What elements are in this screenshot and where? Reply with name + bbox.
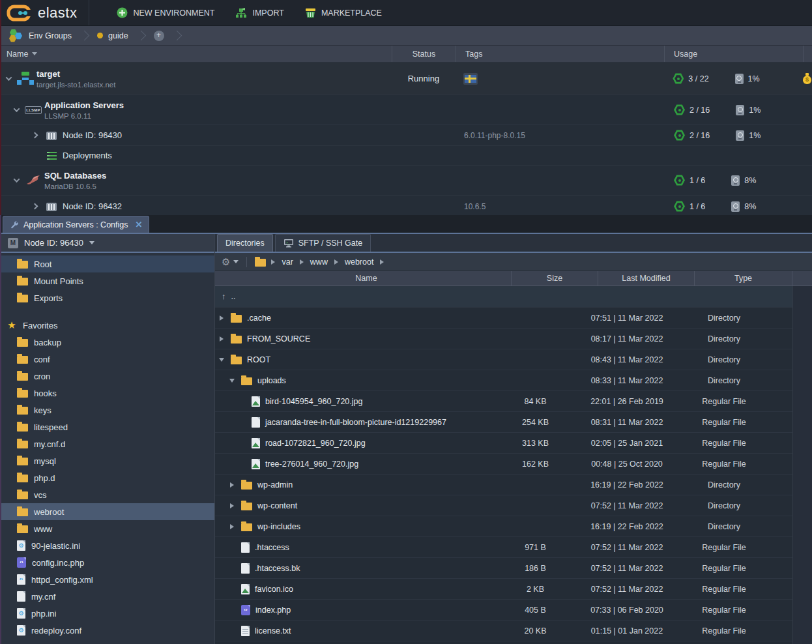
folder-icon bbox=[17, 339, 28, 347]
env-row-sql-databases[interactable]: SQL DatabasesMariaDB 10.6.51 / 68% bbox=[0, 166, 812, 196]
tab-application-servers-configs[interactable]: Application Servers : Configs ✕ bbox=[3, 216, 149, 233]
sidebar-item-php-ini[interactable]: ⚙php.ini bbox=[0, 605, 214, 622]
sidebar-item-favorites[interactable]: ★Favorites bbox=[0, 317, 214, 334]
sidebar-item-config-inc-php[interactable]: ‹›config.inc.php bbox=[0, 554, 214, 571]
sidebar-item-my-cnf[interactable]: my.cnf bbox=[0, 588, 214, 605]
file-image-icon bbox=[252, 459, 260, 469]
file-row-wp-content[interactable]: wp-content07:52 | 11 Mar 2022Directory bbox=[215, 495, 792, 516]
sidebar-item-mysql[interactable]: mysql bbox=[0, 452, 214, 469]
column-header-name[interactable]: Name bbox=[215, 271, 512, 285]
star-icon: ★ bbox=[7, 321, 17, 330]
settings-button[interactable]: ⚙ bbox=[222, 257, 239, 267]
sidebar-item-www[interactable]: www bbox=[0, 520, 214, 537]
sidebar-item-vcs[interactable]: vcs bbox=[0, 486, 214, 503]
file-size: 162 KB bbox=[492, 460, 579, 469]
collapse-arrow-icon[interactable] bbox=[219, 358, 224, 362]
file-name: tree-276014_960_720.jpg bbox=[265, 460, 358, 469]
file-name-cell: road-1072821_960_720.jpg bbox=[215, 438, 492, 448]
collapse-arrow-icon[interactable] bbox=[13, 176, 20, 183]
file-modified: 22:01 | 26 Feb 2019 bbox=[579, 397, 675, 406]
path-breadcrumb: varwwwwebroot bbox=[271, 257, 384, 267]
path-segment-var[interactable]: var bbox=[282, 257, 293, 267]
sidebar-item-php-d[interactable]: php.d bbox=[0, 469, 214, 486]
sidebar-item-webroot[interactable]: webroot bbox=[0, 503, 214, 520]
sidebar-item-keys[interactable]: keys bbox=[0, 402, 214, 418]
sidebar-item-my-cnf-d[interactable]: my.cnf.d bbox=[0, 435, 214, 452]
file-row-wp-admin[interactable]: wp-admin16:19 | 22 Feb 2022Directory bbox=[215, 475, 792, 495]
file-row-license-txt[interactable]: license.txt20 KB01:15 | 01 Jan 2022Regul… bbox=[215, 621, 792, 641]
column-header-tags[interactable]: Tags bbox=[456, 46, 665, 62]
column-header-usage[interactable]: Usage bbox=[665, 46, 804, 62]
file-row--cache[interactable]: .cache07:51 | 11 Mar 2022Directory bbox=[215, 308, 792, 329]
moneybag-icon[interactable]: $ bbox=[802, 73, 812, 84]
arrow-slot bbox=[218, 336, 225, 342]
node-selector[interactable]: M Node ID: 96430 bbox=[0, 234, 214, 253]
file-row-jacaranda-tree-in-full-bloom-picture-id1219229967[interactable]: jacaranda-tree-in-full-bloom-picture-id1… bbox=[215, 412, 792, 433]
folder-icon bbox=[17, 508, 28, 516]
file-row-road-1072821-960-720-jpg[interactable]: road-1072821_960_720.jpg313 KB02:05 | 25… bbox=[215, 433, 792, 454]
file-row-up[interactable]: ↑.. bbox=[215, 286, 792, 308]
file-row-favicon-ico[interactable]: favicon.ico2 KB07:52 | 11 Mar 2022Regula… bbox=[215, 579, 792, 600]
expand-arrow-icon[interactable] bbox=[220, 336, 224, 342]
file-row-uploads[interactable]: uploads08:33 | 11 Mar 2022Directory bbox=[215, 370, 792, 391]
sidebar-item-label: my.cnf.d bbox=[34, 439, 65, 449]
breadcrumb-item-guide[interactable]: guide bbox=[89, 26, 136, 45]
sidebar-item-cron[interactable]: cron bbox=[0, 368, 214, 385]
column-header-size[interactable]: Size bbox=[512, 271, 598, 285]
path-segment-www[interactable]: www bbox=[310, 257, 328, 267]
file-row-index-php[interactable]: ‹›index.php405 B07:33 | 06 Feb 2020Regul… bbox=[215, 600, 792, 621]
column-header-status[interactable]: Status bbox=[392, 46, 456, 62]
files-scrollbar-gutter[interactable] bbox=[792, 286, 812, 644]
env-row-target[interactable]: targettarget.jls-sto1.elastx.netRunning3… bbox=[0, 63, 812, 95]
file-row-wp-includes[interactable]: wp-includes16:19 | 22 Feb 2022Directory bbox=[215, 516, 792, 537]
sidebar-item-litespeed[interactable]: litespeed bbox=[0, 418, 214, 435]
sidebar-item-root[interactable]: Root bbox=[0, 256, 214, 272]
collapse-arrow-icon[interactable] bbox=[5, 74, 12, 81]
topbar-button-import[interactable]: IMPORT bbox=[225, 0, 294, 25]
expand-arrow-icon[interactable] bbox=[230, 524, 234, 529]
env-row-node-id-96430[interactable]: Node ID: 964306.0.11-php-8.0.152 / 161% bbox=[0, 125, 812, 146]
chevron-down-icon bbox=[89, 241, 94, 244]
sidebar-item-exports[interactable]: Exports bbox=[0, 289, 214, 306]
sidebar-item-mount-points[interactable]: Mount Points bbox=[0, 272, 214, 289]
expand-arrow-icon[interactable] bbox=[220, 315, 224, 321]
sidebar-item-httpd-config-xml[interactable]: ‹›httpd_config.xml bbox=[0, 571, 214, 588]
path-segment-webroot[interactable]: webroot bbox=[345, 257, 373, 267]
tab-directories[interactable]: Directories bbox=[217, 234, 273, 252]
tab-sftp-ssh-gate[interactable]: >_SFTP / SSH Gate bbox=[275, 234, 371, 252]
file-row--htaccess[interactable]: .htaccess971 B07:52 | 11 Mar 2022Regular… bbox=[215, 537, 792, 558]
dot-icon bbox=[97, 33, 103, 38]
column-header-name[interactable]: Name bbox=[0, 46, 392, 62]
column-header-last-modified[interactable]: Last Modified bbox=[598, 271, 695, 285]
expand-arrow-icon[interactable] bbox=[31, 203, 38, 210]
env-row-deployments[interactable]: Deployments bbox=[0, 146, 812, 166]
sidebar-item-backup[interactable]: backup bbox=[0, 334, 214, 351]
env-row-node-id-96432[interactable]: Node ID: 9643210.6.51 / 68% bbox=[0, 196, 812, 218]
file-row--htaccess-bk[interactable]: .htaccess.bk186 B07:52 | 11 Mar 2022Regu… bbox=[215, 558, 792, 579]
sidebar-item-90-jelastic-ini[interactable]: ⚙90-jelastic.ini bbox=[0, 537, 214, 554]
column-header-type[interactable]: Type bbox=[695, 271, 792, 285]
expand-arrow-icon[interactable] bbox=[31, 132, 38, 139]
env-row-application-servers[interactable]: LLSMPApplication ServersLLSMP 6.0.112 / … bbox=[0, 95, 812, 125]
file-row-from-source[interactable]: FROM_SOURCE08:17 | 11 Mar 2022Directory bbox=[215, 329, 792, 349]
collapse-arrow-icon[interactable] bbox=[229, 379, 235, 383]
expand-arrow-icon[interactable] bbox=[230, 503, 234, 508]
file-row-tree-276014-960-720-jpg[interactable]: tree-276014_960_720.jpg162 KB00:48 | 25 … bbox=[215, 454, 792, 475]
sidebar-item-redeploy-conf[interactable]: ⚙redeploy.conf bbox=[0, 622, 214, 639]
elastx-logo[interactable]: elastx bbox=[0, 0, 89, 25]
expand-arrow-icon[interactable] bbox=[230, 482, 234, 488]
sidebar-item-label: keys bbox=[34, 405, 51, 415]
topbar-button-new-environment[interactable]: NEW ENVIRONMENT bbox=[106, 0, 225, 25]
topbar-button-marketplace[interactable]: MARKETPLACE bbox=[295, 0, 392, 25]
arrow-slot bbox=[10, 178, 22, 183]
breadcrumb-item-env-groups[interactable]: Env Groups bbox=[0, 26, 80, 45]
file-row-bird-1045954-960-720-jpg[interactable]: bird-1045954_960_720.jpg84 KB22:01 | 26 … bbox=[215, 391, 792, 412]
close-icon[interactable]: ✕ bbox=[136, 220, 143, 229]
sidebar-item-conf[interactable]: conf bbox=[0, 351, 214, 368]
file-row-root[interactable]: ROOT08:43 | 11 Mar 2022Directory bbox=[215, 349, 792, 370]
file-name-cell: wp-includes bbox=[215, 522, 492, 531]
collapse-arrow-icon[interactable] bbox=[13, 106, 20, 112]
file-size: 971 B bbox=[492, 543, 579, 552]
sidebar-item-hooks[interactable]: hooks bbox=[0, 385, 214, 402]
breadcrumb-item[interactable]: + bbox=[146, 26, 172, 45]
